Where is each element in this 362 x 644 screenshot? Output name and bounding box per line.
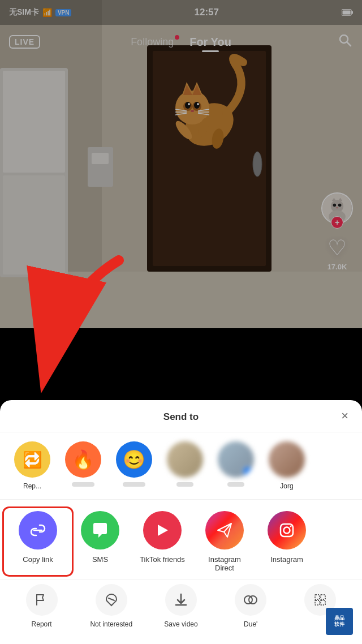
friend-item-jorg[interactable]: Jorg bbox=[261, 441, 312, 490]
svg-point-52 bbox=[290, 526, 292, 527]
watermark: 鼎品软件 bbox=[326, 608, 353, 635]
instagram-direct-icon bbox=[205, 511, 244, 549]
watermark-logo: 鼎品软件 bbox=[326, 608, 353, 635]
svg-rect-59 bbox=[315, 595, 320, 599]
not-interested-icon bbox=[96, 584, 127, 616]
instagram-label: Instagram bbox=[270, 555, 303, 564]
friend-item-blur2[interactable]: ✓ bbox=[210, 441, 261, 490]
tiktok-friends-label: TikTok friends bbox=[140, 555, 185, 564]
sheet-title: Send to bbox=[163, 411, 199, 423]
close-button[interactable]: × bbox=[341, 409, 348, 423]
fire-avatar: 🔥 bbox=[65, 441, 101, 478]
instagram-icon bbox=[268, 511, 306, 549]
save-video-button[interactable]: Save video bbox=[146, 584, 216, 628]
friend-sub-blur2 bbox=[227, 482, 244, 487]
report-button[interactable]: Report bbox=[7, 584, 76, 628]
friend-item-fire[interactable]: 🔥 bbox=[58, 441, 109, 490]
friend-sub-blur1 bbox=[176, 482, 193, 487]
duet-icon bbox=[235, 584, 266, 616]
share-item-copy-link[interactable]: Copy link bbox=[7, 511, 69, 572]
share-item-tiktok-friends[interactable]: TikTok friends bbox=[131, 511, 193, 572]
save-video-label: Save video bbox=[164, 620, 197, 628]
bottom-actions-row: Report Not interested Save video bbox=[0, 579, 362, 633]
friends-row: 🔁 Rep... 🔥 😊 bbox=[0, 432, 362, 500]
bottom-sheet: Send to × 🔁 Rep... 🔥 😊 bbox=[0, 400, 362, 644]
friend-name-repost: Rep... bbox=[23, 482, 41, 490]
friend-item-blue[interactable]: 😊 bbox=[109, 441, 160, 490]
sms-icon bbox=[81, 511, 119, 549]
report-label: Report bbox=[32, 620, 52, 628]
friend-name-jorg: Jorg bbox=[280, 482, 293, 490]
friend-item-repost[interactable]: 🔁 Rep... bbox=[7, 441, 58, 490]
report-icon bbox=[26, 584, 58, 616]
svg-rect-61 bbox=[315, 600, 320, 605]
friend-sub-fire bbox=[72, 482, 94, 487]
save-video-icon bbox=[165, 584, 197, 616]
svg-rect-60 bbox=[321, 595, 325, 599]
copy-link-label: Copy link bbox=[23, 555, 53, 564]
tiktok-friends-icon bbox=[143, 511, 182, 549]
share-item-instagram-direct[interactable]: Instagram Direct bbox=[193, 511, 256, 572]
share-item-instagram[interactable]: Instagram bbox=[256, 511, 318, 572]
blurred-avatar-2: ✓ bbox=[218, 441, 254, 478]
blurred-avatar-1 bbox=[167, 441, 203, 478]
not-interested-button[interactable]: Not interested bbox=[76, 584, 146, 628]
svg-rect-62 bbox=[321, 600, 325, 605]
copy-link-icon bbox=[19, 511, 57, 549]
friend-item-blur1[interactable] bbox=[160, 441, 210, 490]
jorg-avatar bbox=[269, 441, 305, 478]
check-badge: ✓ bbox=[243, 466, 253, 476]
sheet-header: Send to × bbox=[0, 400, 362, 432]
svg-marker-48 bbox=[158, 525, 168, 536]
duet-label: Due' bbox=[244, 620, 257, 628]
share-item-sms[interactable]: SMS bbox=[69, 511, 131, 572]
friend-sub-blue bbox=[123, 482, 145, 487]
duet-button[interactable]: Due' bbox=[216, 584, 286, 628]
svg-line-54 bbox=[109, 598, 114, 600]
svg-point-51 bbox=[284, 527, 290, 534]
blue-emoji-avatar: 😊 bbox=[116, 441, 152, 478]
share-grid: Copy link SMS TikTok friends bbox=[0, 500, 362, 577]
sms-label: SMS bbox=[92, 555, 108, 564]
repost-avatar: 🔁 bbox=[14, 441, 50, 478]
instagram-direct-label: Instagram Direct bbox=[199, 555, 250, 572]
not-interested-label: Not interested bbox=[90, 620, 132, 628]
